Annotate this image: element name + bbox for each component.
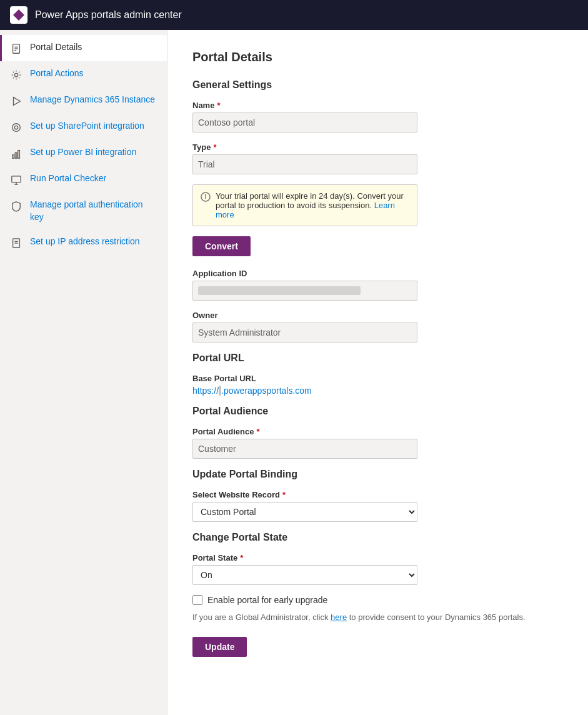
portal-url-title: Portal URL [192, 352, 563, 364]
name-label: Name * [192, 101, 563, 110]
early-upgrade-label: Enable portal for early upgrade [207, 595, 327, 605]
type-input [192, 154, 417, 174]
sidebar-label-ip-restriction: Set up IP address restriction [30, 236, 140, 248]
sidebar-item-ip-restriction[interactable]: Set up IP address restriction [0, 229, 167, 256]
type-required: * [213, 142, 216, 152]
sidebar-item-powerbi[interactable]: Set up Power BI integration [0, 140, 167, 166]
appid-blur [198, 286, 361, 295]
owner-field-group: Owner [192, 311, 563, 342]
type-label: Type * [192, 142, 563, 152]
shield-icon [10, 200, 22, 212]
general-settings-title: General Settings [192, 79, 563, 91]
layout: Portal Details Portal Actions Manage Dyn… [0, 30, 588, 715]
sidebar-label-sharepoint: Set up SharePoint integration [30, 120, 144, 132]
svg-point-19 [206, 195, 206, 196]
portal-audience-field-group: Portal Audience * [192, 427, 563, 459]
document2-icon [10, 237, 22, 249]
sidebar-label-portal-checker: Run Portal Checker [30, 172, 106, 185]
sharepoint-icon [10, 121, 22, 134]
sidebar-label-portal-details: Portal Details [30, 41, 82, 54]
svg-point-7 [14, 126, 17, 129]
app-title: Power Apps portals admin center [35, 9, 182, 21]
app-logo [10, 6, 27, 24]
type-field-group: Type * [192, 142, 563, 174]
svg-point-6 [12, 124, 21, 132]
sidebar-label-manage-dynamics: Manage Dynamics 365 Instance [30, 94, 155, 106]
portal-url-link[interactable]: https://​​​​​​​​​​​​.powerappsportals.co… [192, 386, 312, 396]
portal-audience-input [192, 439, 417, 459]
base-portal-url-group: Base Portal URL https://​​​​​​​​​​​​.pow… [192, 374, 563, 396]
monitor-icon [10, 174, 22, 186]
sidebar-item-manage-dynamics[interactable]: Manage Dynamics 365 Instance [0, 88, 167, 114]
state-required: * [240, 553, 243, 562]
sidebar-item-portal-checker[interactable]: Run Portal Checker [0, 166, 167, 192]
footer-note: If you are a Global Administrator, click… [192, 612, 563, 622]
info-icon [201, 192, 211, 204]
portal-audience-label: Portal Audience * [192, 427, 563, 436]
name-input[interactable] [192, 112, 417, 132]
website-record-label: Select Website Record * [192, 490, 563, 499]
convert-button[interactable]: Convert [192, 236, 251, 256]
portal-state-select[interactable]: On Off [192, 565, 417, 585]
base-portal-url-label: Base Portal URL [192, 374, 563, 383]
svg-rect-11 [12, 176, 21, 182]
sidebar-label-portal-actions: Portal Actions [30, 68, 84, 80]
website-record-field-group: Select Website Record * Custom Portal Op… [192, 490, 563, 522]
sidebar-item-sharepoint[interactable]: Set up SharePoint integration [0, 114, 167, 140]
sidebar-item-portal-details[interactable]: Portal Details [0, 35, 167, 61]
portal-audience-title: Portal Audience [192, 406, 563, 417]
update-portal-binding-title: Update Portal Binding [192, 469, 563, 480]
portal-state-field-group: Portal State * On Off [192, 553, 563, 585]
website-required: * [282, 490, 286, 499]
website-record-select[interactable]: Custom Portal Option 2 [192, 502, 417, 522]
sidebar-label-auth-key: Manage portal authentication key [30, 199, 157, 223]
early-upgrade-row: Enable portal for early upgrade [192, 595, 563, 605]
play-icon [10, 95, 22, 108]
change-portal-state-title: Change Portal State [192, 532, 563, 543]
topbar: Power Apps portals admin center [0, 0, 588, 30]
document-icon [10, 42, 22, 55]
portal-state-label: Portal State * [192, 553, 563, 562]
main-content: Portal Details General Settings Name * T… [167, 30, 588, 715]
appid-value [192, 281, 417, 301]
sidebar-item-portal-actions[interactable]: Portal Actions [0, 61, 167, 88]
svg-rect-8 [12, 155, 14, 158]
appid-label: Application ID [192, 269, 563, 278]
name-field-group: Name * [192, 101, 563, 132]
trial-warning-banner: Your trial portal will expire in 24 day(… [192, 184, 417, 226]
page-title: Portal Details [192, 50, 563, 64]
svg-point-4 [14, 73, 17, 76]
chart-icon [10, 148, 22, 160]
owner-label: Owner [192, 311, 563, 320]
warning-text: Your trial portal will expire in 24 day(… [216, 191, 409, 219]
svg-rect-10 [18, 151, 20, 159]
sidebar-item-auth-key[interactable]: Manage portal authentication key [0, 192, 167, 229]
svg-marker-5 [14, 98, 21, 106]
sidebar: Portal Details Portal Actions Manage Dyn… [0, 30, 167, 715]
settings-icon [10, 69, 22, 81]
svg-rect-9 [15, 152, 17, 158]
owner-input [192, 322, 417, 342]
appid-field-group: Application ID [192, 269, 563, 301]
audience-required: * [256, 427, 259, 436]
early-upgrade-checkbox[interactable] [192, 595, 202, 605]
sidebar-label-powerbi: Set up Power BI integration [30, 146, 136, 159]
update-button[interactable]: Update [192, 637, 247, 657]
consent-link[interactable]: here [331, 612, 347, 622]
name-required: * [217, 101, 220, 110]
